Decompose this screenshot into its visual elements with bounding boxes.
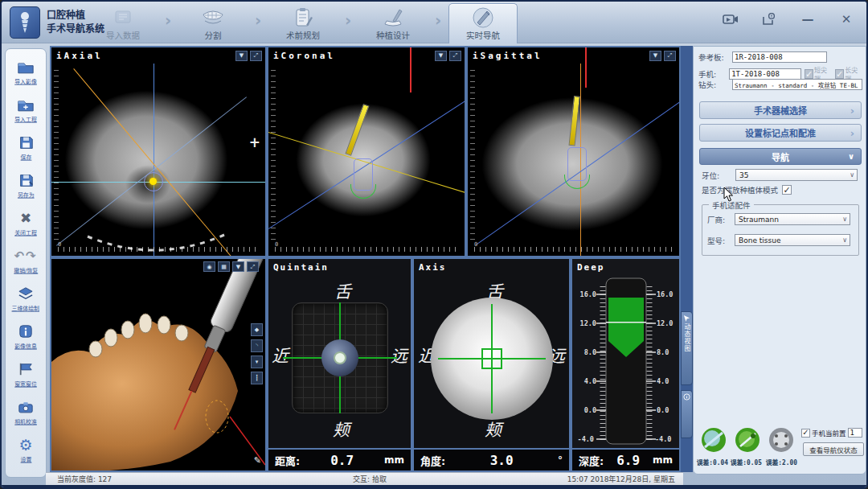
view-axial[interactable]: iAxial ▼ ⤢ + 0 [51,47,265,256]
sidebar-item-import-project[interactable]: 导入工程 [6,90,46,128]
sidebar-item-label: 影像信息 [14,341,37,349]
side-tab-secondary[interactable] [681,390,693,438]
instrument-select-button[interactable]: 手术器械选择 › [699,101,862,119]
sidebar-item-window-level[interactable]: 窗宽窗位 [6,355,46,392]
sidebar-item-camera-calibration[interactable]: 相机校准 [6,392,46,430]
reference-plate-value[interactable]: 1R-2018-008 [732,51,827,63]
view-menu-icon[interactable]: ▼ [232,261,244,272]
tooth-position-select[interactable]: 35 ∨ [735,169,858,181]
status-bar: 当前灰度值: 127 交互: 拾取 15:07 2018年12月28日, 星期五 [46,472,683,485]
handpiece-current-checkbox[interactable]: ✓ [801,429,810,438]
nav-status-button[interactable]: 查看导航仪状态 [803,442,864,456]
sidebar-item-image-info[interactable]: 影像信息 [6,317,46,355]
view-expand-icon[interactable]: ⤢ [664,51,676,61]
panel-axis[interactable]: Axis 舌 近 远 颊 角度: 3.0 ° [414,259,569,471]
navigation-header-label: 导航 [772,150,789,163]
minimize-button[interactable]: — [797,11,818,27]
view-menu-icon[interactable]: ▼ [435,51,447,61]
sidebar-item-label: 导入影像 [14,76,37,84]
import-data-icon [109,6,137,29]
viewport-grid: iAxial ▼ ⤢ + 0 [50,46,681,472]
layout-grid-icon[interactable]: ▦ [218,261,230,272]
implant-visibility-icon[interactable]: ▾ [251,355,263,368]
implant-mode-checkbox[interactable]: ✓ [782,185,792,195]
view-expand-icon[interactable]: ⤢ [250,51,262,61]
step-label: 分割 [205,29,222,41]
view-sagittal[interactable]: iSagittal ▼ ⤢ 0 [468,47,679,256]
nerve-visibility-icon[interactable]: ◝ [251,339,263,352]
axial-canvas[interactable]: + 0 [51,64,265,256]
sidebar-item-save-as[interactable]: 另存为 [6,166,46,203]
step-segment[interactable]: 分割 [178,3,248,43]
coronal-drill-needle [345,104,369,156]
drill-value[interactable]: Straumann - standard - 攻丝钻 TE-BL - Φ3. [732,79,862,90]
navigation-section-header[interactable]: 导航 ∨ [699,148,862,165]
undo-icon[interactable]: ↶ [14,249,26,263]
view-coronal-header: iCoronal ▼ ⤢ [268,47,465,64]
deep-tick: 16.0 [657,290,678,298]
teeth-arc [84,228,212,236]
error-value: 误差:0.05 [731,457,762,466]
window-controls: — ✕ [720,11,857,27]
annotate-pencil-icon[interactable]: ✎ [254,455,261,466]
view-menu-icon[interactable]: ▼ [235,51,248,61]
close-project-icon: ✖ [20,208,31,228]
axial-ruler [58,247,259,252]
panel-title: Axis [419,262,447,273]
sidebar-item-settings[interactable]: ⚙ 设置 [6,430,46,468]
panel-title: Quintain [273,262,329,273]
undo-redo-icons: ↶↷ [14,246,37,265]
panel-deep[interactable]: Deep 16.0 12.0 8.0 4.0 0.0 [572,259,679,471]
cursor-tool-icon [683,314,690,322]
drill-visibility-icon[interactable]: ┇ [251,372,263,384]
model-label: 型号: [707,235,735,246]
axis-target-square [481,348,502,369]
handpiece-value[interactable]: 1T-2018-008 [729,68,801,80]
sidebar-item-undo-redo[interactable]: ↶↷ 撤销/恢复 [6,241,46,279]
step-import-data[interactable]: 导入数据 [88,3,158,43]
record-video-button[interactable] [720,11,741,27]
chevron-down-icon: ∨ [850,171,854,179]
sidebar-item-volume-render[interactable]: 三维体绘制 [6,279,46,317]
depth-unit: mm [653,454,673,466]
coronal-canvas[interactable]: 0 [268,64,465,256]
step-preop-plan[interactable]: 术前规划 [268,3,338,43]
sidebar-item-label: 设置 [20,454,31,462]
angle-unit: ° [558,454,563,466]
registration-button[interactable]: 设置标记点和配准 › [699,124,862,142]
zoom-plus-icon[interactable]: + [249,134,260,150]
preop-plan-icon [289,6,317,29]
reference-plate-label: 参考板: [698,51,732,63]
window-frame-bottom [2,485,868,489]
vendor-select[interactable]: Straumann ∨ [735,213,850,225]
datetime-status: 15:07 2018年12月28日, 星期五 [567,474,675,484]
sidebar-item-import-image[interactable]: 导入影像 [6,52,46,90]
short-tip-checkbox[interactable]: ✓ [805,69,813,79]
step-implant-design[interactable]: 种植设计 [358,3,428,43]
sidebar-item-close-project[interactable]: ✖ 关闭工程 [6,203,46,241]
close-button[interactable]: ✕ [836,11,857,27]
export-report-button[interactable] [759,11,780,27]
handpiece-current-value[interactable]: 1 [848,428,862,438]
step-realtime-nav[interactable]: 实时导航 [448,3,518,43]
long-tip-checkbox[interactable]: ✓ [835,69,844,79]
view-expand-icon[interactable]: ⤢ [449,51,461,61]
panel-quintain[interactable]: Quintain 舌 近 远 颊 距离: 0.7 mm [268,259,411,471]
chevron-right-icon: › [338,3,358,43]
view-menu-icon[interactable]: ▼ [649,51,661,61]
redo-icon[interactable]: ↷ [26,249,38,263]
view-3d[interactable]: ◉ ▦ ▼ ⤢ ◆ ◝ ▾ ┇ ✎ [51,259,265,471]
app-window: 口腔种植 手术导航系统 导入数据 › 分割 › 术前 [0,0,868,489]
snapshot-icon[interactable]: ◉ [203,261,215,272]
app-logo [10,6,40,39]
view-coronal[interactable]: iCoronal ▼ ⤢ 0 [268,47,465,256]
side-tab-dynamic-view[interactable]: 动态视图 [681,311,693,385]
vendor-value: Straumann [739,216,779,224]
save-icon [18,133,34,152]
tooth-visibility-icon[interactable]: ◆ [251,323,263,336]
sidebar-item-save[interactable]: 保存 [6,128,46,166]
view-expand-icon[interactable]: ⤢ [247,261,259,272]
video-camera-icon [723,14,739,25]
sagittal-canvas[interactable]: 0 [468,64,679,256]
model-select[interactable]: Bone tissue ∨ [735,234,850,246]
